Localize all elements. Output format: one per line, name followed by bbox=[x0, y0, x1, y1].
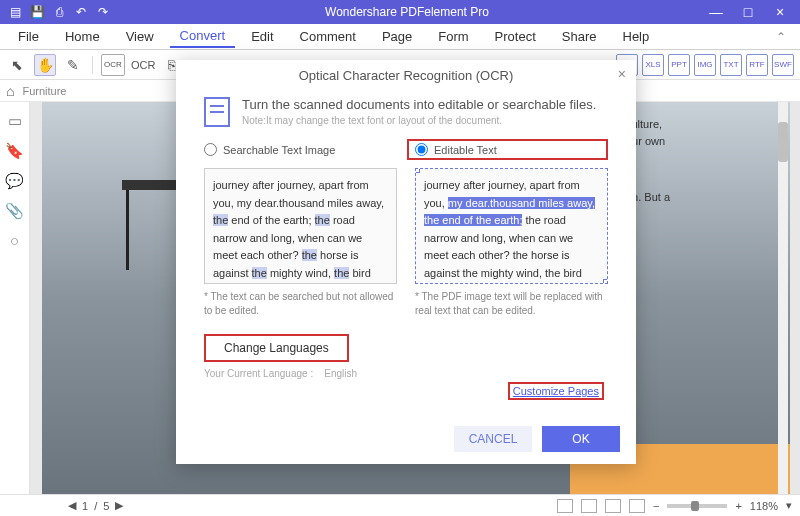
thumbnails-icon[interactable]: ▭ bbox=[8, 112, 22, 130]
menu-edit[interactable]: Edit bbox=[241, 26, 283, 47]
option-searchable[interactable]: Searchable Text Image bbox=[204, 139, 389, 160]
ok-button[interactable]: OK bbox=[542, 426, 620, 452]
dialog-close-icon[interactable]: × bbox=[618, 66, 626, 82]
document-icon bbox=[204, 97, 230, 127]
zoom-slider[interactable] bbox=[667, 504, 727, 508]
format-swf-icon[interactable]: SWF bbox=[772, 54, 794, 76]
text-line: on. But a bbox=[626, 189, 786, 206]
ocr-icon[interactable]: OCR bbox=[101, 54, 125, 76]
save-icon[interactable]: 💾 bbox=[28, 3, 46, 21]
title-bar: ▤ 💾 ⎙ ↶ ↷ Wondershare PDFelement Pro — □… bbox=[0, 0, 800, 24]
view-facing-cont-icon[interactable] bbox=[629, 499, 645, 513]
menu-protect[interactable]: Protect bbox=[485, 26, 546, 47]
view-continuous-icon[interactable] bbox=[581, 499, 597, 513]
menu-help[interactable]: Help bbox=[613, 26, 660, 47]
vertical-scrollbar[interactable] bbox=[778, 102, 788, 494]
zoom-out-icon[interactable]: − bbox=[653, 500, 659, 512]
text-line: our own bbox=[626, 133, 786, 150]
option-label: Searchable Text Image bbox=[223, 144, 335, 156]
current-language: Your Current Language : English bbox=[204, 368, 608, 379]
format-rtf-icon[interactable]: RTF bbox=[746, 54, 768, 76]
window-controls: — □ × bbox=[696, 4, 800, 20]
menu-page[interactable]: Page bbox=[372, 26, 422, 47]
zoom-dropdown-icon[interactable]: ▾ bbox=[786, 499, 792, 512]
ocr-label: OCR bbox=[131, 59, 155, 71]
current-language-value: English bbox=[324, 368, 357, 379]
menu-convert[interactable]: Convert bbox=[170, 25, 236, 48]
format-img-icon[interactable]: IMG bbox=[694, 54, 716, 76]
page-navigator: ◀ 1 / 5 ▶ bbox=[68, 499, 123, 512]
close-icon[interactable]: × bbox=[768, 4, 792, 20]
app-title: Wondershare PDFelement Pro bbox=[118, 5, 696, 19]
customize-pages-link[interactable]: Customize Pages bbox=[508, 382, 604, 400]
menu-comment[interactable]: Comment bbox=[290, 26, 366, 47]
option-editable[interactable]: Editable Text bbox=[407, 139, 608, 160]
preview-row: journey after journey, apart from you, m… bbox=[176, 168, 636, 318]
minimize-icon[interactable]: — bbox=[704, 4, 728, 20]
left-panel: ▭ 🔖 💬 📎 ○ bbox=[0, 102, 30, 494]
format-ppt-icon[interactable]: PPT bbox=[668, 54, 690, 76]
view-facing-icon[interactable] bbox=[605, 499, 621, 513]
prev-page-icon[interactable]: ◀ bbox=[68, 499, 76, 512]
preview-note: * The PDF image text will be replaced wi… bbox=[415, 290, 608, 318]
search-panel-icon[interactable]: ○ bbox=[10, 232, 19, 249]
option-label: Editable Text bbox=[434, 144, 497, 156]
app-icon: ▤ bbox=[6, 3, 24, 21]
maximize-icon[interactable]: □ bbox=[736, 4, 760, 20]
menu-bar: File Home View Convert Edit Comment Page… bbox=[0, 24, 800, 50]
quick-access-toolbar: ▤ 💾 ⎙ ↶ ↷ bbox=[0, 3, 118, 21]
radio-searchable[interactable] bbox=[204, 143, 217, 156]
next-page-icon[interactable]: ▶ bbox=[115, 499, 123, 512]
dialog-title-text: Optical Character Recognition (OCR) bbox=[299, 68, 514, 83]
menu-form[interactable]: Form bbox=[428, 26, 478, 47]
change-languages-button[interactable]: Change Languages bbox=[204, 334, 349, 362]
attachments-icon[interactable]: 📎 bbox=[5, 202, 24, 220]
zoom-value[interactable]: 118% bbox=[750, 500, 778, 512]
page-text-fragment: culture, our own on. But a bbox=[626, 116, 786, 206]
home-icon[interactable]: ⌂ bbox=[6, 83, 14, 99]
text-line: culture, bbox=[626, 116, 786, 133]
preview-box-selected: journey after journey, apart from you, m… bbox=[415, 168, 608, 284]
undo-icon[interactable]: ↶ bbox=[72, 3, 90, 21]
preview-note: * The text can be searched but not allow… bbox=[204, 290, 397, 318]
format-txt-icon[interactable]: TXT bbox=[720, 54, 742, 76]
zoom-in-icon[interactable]: + bbox=[735, 500, 741, 512]
menu-file[interactable]: File bbox=[8, 26, 49, 47]
separator bbox=[92, 56, 93, 74]
ocr-options: Searchable Text Image Editable Text bbox=[176, 139, 636, 160]
dialog-header: Turn the scanned documents into editable… bbox=[176, 91, 636, 139]
ocr-dialog: Optical Character Recognition (OCR) × Tu… bbox=[176, 60, 636, 464]
radio-editable[interactable] bbox=[415, 143, 428, 156]
preview-box: journey after journey, apart from you, m… bbox=[204, 168, 397, 284]
breadcrumb-item[interactable]: Furniture bbox=[22, 85, 66, 97]
dialog-title: Optical Character Recognition (OCR) × bbox=[176, 60, 636, 91]
bookmarks-icon[interactable]: 🔖 bbox=[5, 142, 24, 160]
page-sep: / bbox=[94, 500, 97, 512]
status-bar: ◀ 1 / 5 ▶ − + 118% ▾ bbox=[0, 494, 800, 516]
format-xls-icon[interactable]: XLS bbox=[642, 54, 664, 76]
collapse-ribbon-icon[interactable]: ⌃ bbox=[770, 30, 792, 44]
cancel-button[interactable]: CANCEL bbox=[454, 426, 532, 452]
page-current[interactable]: 1 bbox=[82, 500, 88, 512]
redo-icon[interactable]: ↷ bbox=[94, 3, 112, 21]
comments-icon[interactable]: 💬 bbox=[5, 172, 24, 190]
view-single-icon[interactable] bbox=[557, 499, 573, 513]
scrollbar-thumb[interactable] bbox=[778, 122, 788, 162]
preview-editable: journey after journey, apart from you, m… bbox=[415, 168, 608, 318]
dialog-note: Note:It may change the text font or layo… bbox=[242, 115, 596, 126]
language-section: Change Languages Your Current Language :… bbox=[176, 318, 636, 379]
preview-searchable: journey after journey, apart from you, m… bbox=[204, 168, 397, 318]
menu-view[interactable]: View bbox=[116, 26, 164, 47]
page-total: 5 bbox=[103, 500, 109, 512]
menu-home[interactable]: Home bbox=[55, 26, 110, 47]
dialog-heading: Turn the scanned documents into editable… bbox=[242, 97, 596, 112]
print-icon[interactable]: ⎙ bbox=[50, 3, 68, 21]
select-tool-icon[interactable]: ⬉ bbox=[6, 54, 28, 76]
edit-tool-icon[interactable]: ✎ bbox=[62, 54, 84, 76]
zoom-knob[interactable] bbox=[691, 501, 699, 511]
hand-tool-icon[interactable]: ✋ bbox=[34, 54, 56, 76]
menu-share[interactable]: Share bbox=[552, 26, 607, 47]
dialog-buttons: CANCEL OK bbox=[454, 426, 620, 452]
